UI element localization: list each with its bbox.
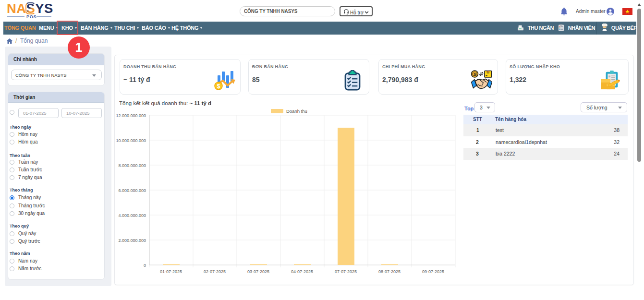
- svg-text:09-07-2025: 09-07-2025: [422, 269, 444, 274]
- svg-text:$: $: [217, 83, 220, 90]
- svg-text:08-07-2025: 08-07-2025: [378, 269, 401, 274]
- svg-text:8.000.000.000: 8.000.000.000: [118, 163, 146, 168]
- svg-text:$: $: [474, 72, 476, 77]
- svg-text:Doanh thu: Doanh thu: [286, 108, 307, 114]
- svg-text:01-07-2025: 01-07-2025: [160, 269, 182, 274]
- svg-text:12.000.000.000: 12.000.000.000: [116, 113, 146, 118]
- svg-text:0: 0: [144, 263, 146, 268]
- svg-text:10.000.000.000: 10.000.000.000: [116, 138, 146, 143]
- svg-text:03-07-2025: 03-07-2025: [247, 269, 269, 274]
- svg-text:2.000.000.000: 2.000.000.000: [118, 238, 146, 243]
- svg-text:02-07-2025: 02-07-2025: [204, 269, 226, 274]
- svg-text:04-07-2025: 04-07-2025: [291, 269, 313, 274]
- svg-text:6.000.000.000: 6.000.000.000: [118, 188, 146, 193]
- svg-text:4.000.000.000: 4.000.000.000: [118, 213, 146, 218]
- svg-text:07-07-2025: 07-07-2025: [335, 269, 357, 274]
